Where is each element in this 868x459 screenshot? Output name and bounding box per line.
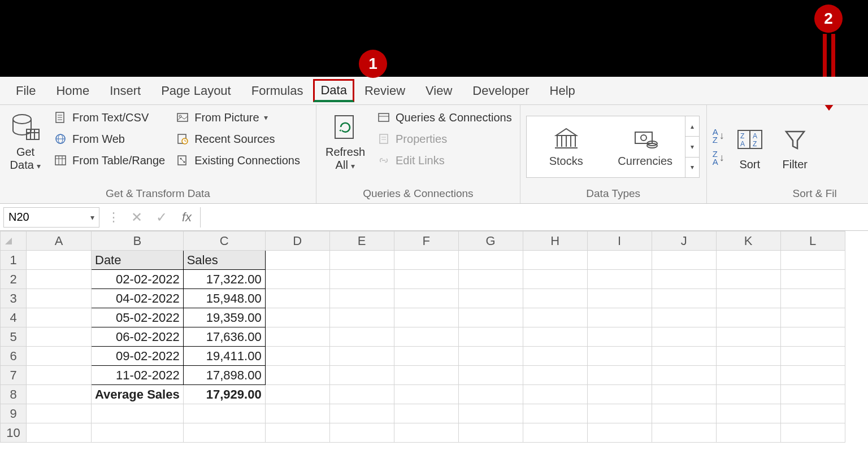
cell[interactable]: [652, 251, 716, 270]
cell[interactable]: [265, 404, 329, 423]
cell[interactable]: [652, 270, 716, 289]
cell[interactable]: [458, 404, 523, 423]
row-header-4[interactable]: 4: [1, 308, 27, 327]
tab-developer[interactable]: Developer: [462, 79, 539, 103]
row-header-8[interactable]: 8: [1, 385, 27, 404]
cell[interactable]: [652, 308, 716, 327]
col-header-F[interactable]: F: [394, 231, 458, 251]
cell[interactable]: [27, 308, 92, 327]
sort-asc-button[interactable]: AZ ↓: [713, 128, 724, 143]
row-header-2[interactable]: 2: [1, 270, 27, 289]
cell[interactable]: [394, 289, 458, 308]
cell[interactable]: [587, 327, 652, 347]
cell[interactable]: [458, 327, 523, 347]
cell[interactable]: [716, 308, 780, 327]
cell[interactable]: [329, 385, 394, 404]
cell[interactable]: [587, 251, 652, 270]
col-header-H[interactable]: H: [523, 231, 587, 251]
cell[interactable]: [652, 423, 716, 443]
filter-button[interactable]: Filter: [775, 121, 815, 173]
cell[interactable]: [780, 289, 845, 308]
tab-formulas[interactable]: Formulas: [241, 79, 314, 103]
cell[interactable]: [265, 308, 329, 327]
cell[interactable]: [329, 327, 394, 347]
cell[interactable]: [458, 289, 523, 308]
gallery-more-icon[interactable]: ▾: [685, 158, 699, 177]
formula-input[interactable]: [200, 207, 868, 228]
cell[interactable]: [92, 423, 184, 443]
cell-B7[interactable]: 11-02-2022: [92, 366, 184, 385]
cell[interactable]: [780, 366, 845, 385]
cell[interactable]: [27, 251, 92, 270]
cell[interactable]: [652, 327, 716, 347]
cell[interactable]: [265, 423, 329, 443]
select-all-corner[interactable]: [1, 231, 27, 251]
cell[interactable]: [716, 385, 780, 404]
cell[interactable]: [716, 404, 780, 423]
spreadsheet-grid[interactable]: A B C D E F G H I J K L 1 Date Sales 2 0…: [0, 231, 868, 443]
cell[interactable]: [27, 289, 92, 308]
get-data-button[interactable]: GetData ▾: [6, 108, 45, 174]
from-table-range-button[interactable]: From Table/Range: [51, 151, 167, 169]
cell-C5[interactable]: 17,636.00: [183, 327, 265, 347]
tab-page-layout[interactable]: Page Layout: [151, 79, 241, 103]
cell[interactable]: [329, 270, 394, 289]
sort-button[interactable]: ZAAZ Sort: [730, 121, 770, 173]
cell[interactable]: [587, 270, 652, 289]
cell[interactable]: [394, 347, 458, 366]
cell[interactable]: [587, 385, 652, 404]
cell-C2[interactable]: 17,322.00: [183, 270, 265, 289]
cell[interactable]: [716, 423, 780, 443]
cell[interactable]: [716, 289, 780, 308]
cell-C3[interactable]: 15,948.00: [183, 289, 265, 308]
cell[interactable]: [394, 308, 458, 327]
cell[interactable]: [183, 423, 265, 443]
cell[interactable]: [458, 251, 523, 270]
cell[interactable]: [716, 347, 780, 366]
cell[interactable]: [27, 385, 92, 404]
cell[interactable]: [458, 423, 523, 443]
cell[interactable]: [652, 404, 716, 423]
cell[interactable]: [27, 423, 92, 443]
cell[interactable]: [27, 327, 92, 347]
col-header-B[interactable]: B: [92, 231, 184, 251]
cell[interactable]: [265, 270, 329, 289]
cell[interactable]: [394, 404, 458, 423]
cell[interactable]: [265, 251, 329, 270]
cell[interactable]: [587, 404, 652, 423]
cell-B1[interactable]: Date: [92, 251, 184, 270]
cell[interactable]: [523, 270, 587, 289]
cell-B8[interactable]: Average Sales: [92, 385, 184, 404]
col-header-D[interactable]: D: [265, 231, 329, 251]
from-picture-button[interactable]: From Picture ▾: [173, 108, 302, 126]
cell[interactable]: [780, 347, 845, 366]
row-header-10[interactable]: 10: [1, 423, 27, 443]
cell[interactable]: [458, 270, 523, 289]
col-header-L[interactable]: L: [780, 231, 845, 251]
tab-view[interactable]: View: [415, 79, 462, 103]
tab-help[interactable]: Help: [540, 79, 585, 103]
row-header-7[interactable]: 7: [1, 366, 27, 385]
from-text-csv-button[interactable]: From Text/CSV: [51, 108, 167, 126]
existing-connections-button[interactable]: Existing Connections: [173, 151, 302, 169]
cell[interactable]: [265, 385, 329, 404]
col-header-E[interactable]: E: [329, 231, 394, 251]
cell[interactable]: [458, 366, 523, 385]
cell[interactable]: [523, 308, 587, 327]
cell[interactable]: [523, 385, 587, 404]
cell-B5[interactable]: 06-02-2022: [92, 327, 184, 347]
cell[interactable]: [523, 327, 587, 347]
gallery-scroll[interactable]: ▴ ▾ ▾: [685, 116, 699, 177]
cell[interactable]: [523, 366, 587, 385]
cell[interactable]: [27, 366, 92, 385]
cell[interactable]: [394, 385, 458, 404]
cell[interactable]: [523, 289, 587, 308]
gallery-down-icon[interactable]: ▾: [685, 137, 699, 157]
cell[interactable]: [394, 270, 458, 289]
cell[interactable]: [265, 327, 329, 347]
cell[interactable]: [458, 385, 523, 404]
cell[interactable]: [265, 289, 329, 308]
cell[interactable]: [780, 327, 845, 347]
cell[interactable]: [265, 347, 329, 366]
cell[interactable]: [329, 347, 394, 366]
